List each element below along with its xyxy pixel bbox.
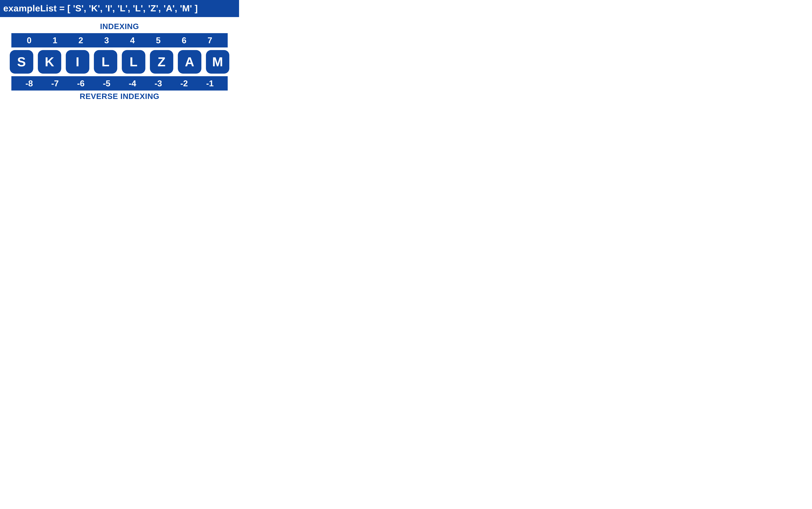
- letter-tile: K: [38, 50, 61, 74]
- letter-tile: I: [66, 50, 89, 74]
- indexing-title: INDEXING: [10, 22, 229, 31]
- positive-index-cell: 6: [171, 35, 197, 45]
- positive-index-cell: 5: [145, 35, 171, 45]
- negative-index-cell: -5: [94, 78, 119, 88]
- negative-index-cell: -3: [145, 78, 171, 88]
- negative-index-cell: -8: [16, 78, 42, 88]
- positive-index-cell: 7: [197, 35, 223, 45]
- letter-tile: L: [94, 50, 117, 74]
- negative-index-cell: -4: [119, 78, 145, 88]
- positive-index-cell: 4: [119, 35, 145, 45]
- letter-tile: L: [122, 50, 145, 74]
- diagram-container: INDEXING 0 1 2 3 4 5 6 7 S K I L L Z A M…: [0, 17, 239, 101]
- letter-tile: A: [178, 50, 201, 74]
- positive-index-bar: 0 1 2 3 4 5 6 7: [11, 33, 228, 47]
- positive-index-cell: 2: [68, 35, 94, 45]
- positive-index-cell: 3: [94, 35, 119, 45]
- code-banner: exampleList = [ 'S', 'K', 'I', 'L', 'L',…: [0, 0, 239, 17]
- letter-tiles-row: S K I L L Z A M: [10, 50, 229, 74]
- letter-tile: Z: [150, 50, 174, 74]
- negative-index-cell: -7: [42, 78, 68, 88]
- letter-tile: S: [10, 50, 33, 74]
- positive-index-cell: 0: [16, 35, 42, 45]
- negative-index-bar: -8 -7 -6 -5 -4 -3 -2 -1: [11, 76, 228, 91]
- letter-tile: M: [206, 50, 229, 74]
- positive-index-cell: 1: [42, 35, 68, 45]
- negative-index-cell: -1: [197, 78, 223, 88]
- reverse-indexing-title: REVERSE INDEXING: [10, 92, 229, 101]
- negative-index-cell: -6: [68, 78, 94, 88]
- negative-index-cell: -2: [171, 78, 197, 88]
